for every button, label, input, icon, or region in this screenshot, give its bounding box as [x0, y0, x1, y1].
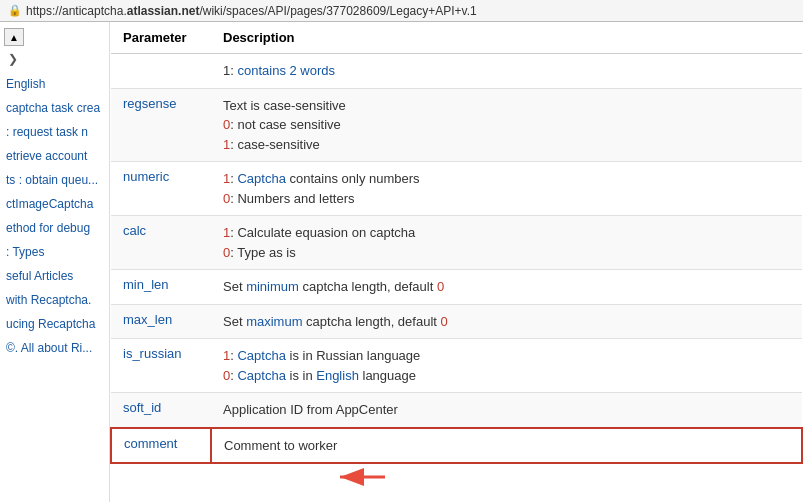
param-cell-comment: comment: [111, 428, 211, 464]
param-cell: numeric: [111, 162, 211, 216]
table-row: 1: contains 2 words: [111, 54, 802, 89]
table-row: calc 1: Calculate equasion on captcha 0:…: [111, 216, 802, 270]
sidebar-item-7[interactable]: : Types: [0, 240, 109, 264]
table-row: numeric 1: Captcha contains only numbers…: [111, 162, 802, 216]
address-bar-url: https://anticaptcha.atlassian.net/wiki/s…: [26, 4, 477, 18]
sidebar-chevron[interactable]: ❯: [0, 48, 109, 70]
params-table: Parameter Description 1: contains 2 word…: [110, 22, 803, 464]
desc-cell: Set minimum captcha length, default 0: [211, 270, 802, 305]
desc-cell: Application ID from AppCenter: [211, 393, 802, 428]
sidebar-item-8[interactable]: seful Articles: [0, 264, 109, 288]
param-cell: soft_id: [111, 393, 211, 428]
desc-cell: 1: Captcha is in Russian language 0: Cap…: [211, 339, 802, 393]
lock-icon: 🔒: [8, 4, 22, 17]
param-cell: is_russian: [111, 339, 211, 393]
table-row: regsense Text is case-sensitive 0: not c…: [111, 88, 802, 162]
red-arrow-icon: [330, 467, 390, 497]
table-row: min_len Set minimum captcha length, defa…: [111, 270, 802, 305]
table-row: max_len Set maximum captcha length, defa…: [111, 304, 802, 339]
desc-cell: Set maximum captcha length, default 0: [211, 304, 802, 339]
desc-cell: 1: Calculate equasion on captcha 0: Type…: [211, 216, 802, 270]
param-cell: min_len: [111, 270, 211, 305]
param-cell: calc: [111, 216, 211, 270]
table-row-comment: comment Comment to worker: [111, 428, 802, 464]
sidebar-scroll-up[interactable]: ▲: [4, 28, 24, 46]
sidebar-item-11[interactable]: ©. All about Ri...: [0, 336, 109, 360]
sidebar-item-english[interactable]: English: [0, 72, 109, 96]
param-cell: regsense: [111, 88, 211, 162]
sidebar-item-3[interactable]: etrieve account: [0, 144, 109, 168]
table-row: soft_id Application ID from AppCenter: [111, 393, 802, 428]
param-cell: [111, 54, 211, 89]
desc-cell-comment: Comment to worker: [211, 428, 802, 464]
sidebar-item-4[interactable]: ts : obtain queu...: [0, 168, 109, 192]
col-header-param: Parameter: [111, 22, 211, 54]
desc-cell: Text is case-sensitive 0: not case sensi…: [211, 88, 802, 162]
desc-cell: 1: contains 2 words: [211, 54, 802, 89]
desc-cell: 1: Captcha contains only numbers 0: Numb…: [211, 162, 802, 216]
col-header-desc: Description: [211, 22, 802, 54]
sidebar: ▲ ❯ English captcha task crea : request …: [0, 22, 110, 502]
sidebar-item-9[interactable]: with Recaptcha.: [0, 288, 109, 312]
sidebar-item-6[interactable]: ethod for debug: [0, 216, 109, 240]
sidebar-item-10[interactable]: ucing Recaptcha: [0, 312, 109, 336]
param-cell: max_len: [111, 304, 211, 339]
table-row: is_russian 1: Captcha is in Russian lang…: [111, 339, 802, 393]
sidebar-item-2[interactable]: : request task n: [0, 120, 109, 144]
sidebar-item-5[interactable]: ctImageCaptcha: [0, 192, 109, 216]
sidebar-item-1[interactable]: captcha task crea: [0, 96, 109, 120]
main-content: Parameter Description 1: contains 2 word…: [110, 22, 803, 502]
